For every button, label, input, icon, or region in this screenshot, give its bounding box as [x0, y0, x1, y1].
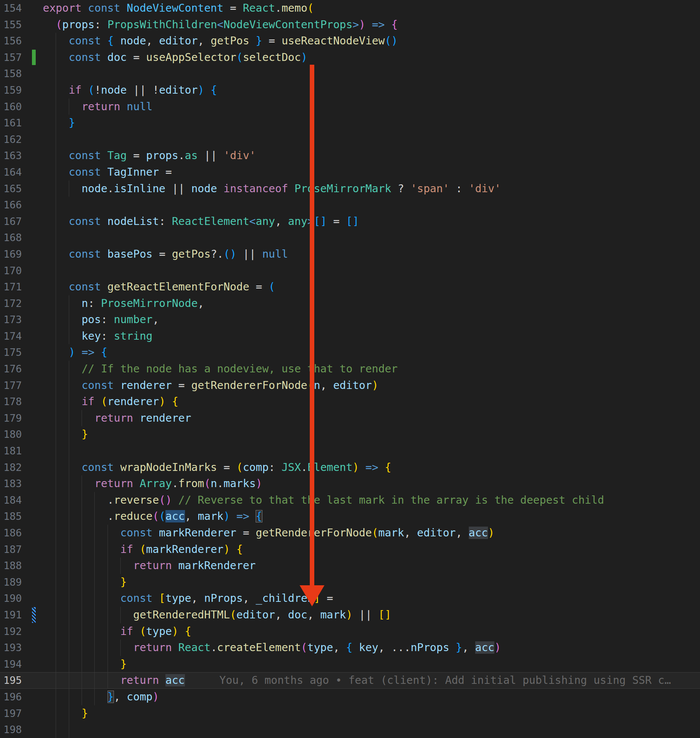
- code-text[interactable]: ) => {: [43, 344, 700, 361]
- code-text[interactable]: const markRenderer = getRendererForNode(…: [43, 525, 700, 541]
- code-text[interactable]: return accYou, 6 months ago • feat (clie…: [43, 672, 700, 689]
- gutter-added-marker[interactable]: [32, 49, 36, 66]
- line-number[interactable]: 191: [0, 607, 22, 623]
- line-number[interactable]: 182: [0, 459, 22, 476]
- token: markRenderer: [146, 543, 224, 556]
- line-number[interactable]: 156: [0, 33, 22, 49]
- code-text[interactable]: pos: number,: [43, 311, 700, 328]
- line-number[interactable]: 187: [0, 541, 22, 558]
- line-number[interactable]: 164: [0, 164, 22, 181]
- line-number[interactable]: 167: [0, 213, 22, 230]
- line-number[interactable]: 162: [0, 131, 22, 148]
- token: {: [101, 346, 107, 358]
- line-number[interactable]: 197: [0, 705, 22, 722]
- code-text[interactable]: [43, 131, 700, 148]
- line-number[interactable]: 192: [0, 623, 22, 640]
- line-number[interactable]: 158: [0, 65, 22, 82]
- line-number[interactable]: 163: [0, 147, 22, 164]
- code-text[interactable]: }: [43, 426, 700, 443]
- line-number[interactable]: 175: [0, 344, 22, 361]
- code-text[interactable]: [43, 263, 700, 279]
- line-number[interactable]: 190: [0, 590, 22, 607]
- line-number[interactable]: 172: [0, 295, 22, 312]
- code-text[interactable]: }, comp): [43, 689, 700, 705]
- code-text[interactable]: return markRenderer: [43, 557, 700, 574]
- line-number[interactable]: 176: [0, 361, 22, 377]
- line-number[interactable]: 159: [0, 82, 22, 99]
- code-text[interactable]: const nodeList: ReactElement<any, any>[]…: [43, 213, 700, 230]
- line-number[interactable]: 160: [0, 99, 22, 115]
- line-number[interactable]: 165: [0, 181, 22, 197]
- code-text[interactable]: const doc = useAppSelector(selectDoc): [43, 49, 700, 66]
- line-number[interactable]: 169: [0, 246, 22, 263]
- code-text[interactable]: return renderer: [43, 410, 700, 427]
- line-number[interactable]: 168: [0, 229, 22, 246]
- code-text[interactable]: getRenderedHTML(editor, doc, mark) || []: [43, 607, 700, 623]
- indent-guide: [56, 721, 56, 738]
- token: any: [256, 215, 275, 228]
- gutter-modified-marker[interactable]: [32, 607, 36, 623]
- code-text[interactable]: // If the node has a nodeview, use that …: [43, 361, 700, 377]
- code-text[interactable]: const TagInner =: [43, 164, 700, 181]
- code-text[interactable]: const wrapNodeInMarks = (comp: JSX.Eleme…: [43, 459, 700, 476]
- line-number[interactable]: 195: [0, 672, 22, 689]
- code-text[interactable]: return null: [43, 99, 700, 115]
- code-text[interactable]: if (renderer) {: [43, 393, 700, 410]
- code-text[interactable]: export const NodeViewContent = React.mem…: [43, 0, 700, 17]
- code-text[interactable]: node.isInline || node instanceof ProseMi…: [43, 181, 700, 197]
- line-number[interactable]: 155: [0, 17, 22, 33]
- line-number[interactable]: 196: [0, 689, 22, 705]
- code-text[interactable]: key: string: [43, 328, 700, 345]
- indent-guide: [69, 672, 69, 689]
- code-text[interactable]: [43, 197, 700, 213]
- gutter-spacer: [32, 475, 36, 492]
- code-text[interactable]: [43, 443, 700, 459]
- token: {: [211, 84, 217, 96]
- code-text[interactable]: const Tag = props.as || 'div': [43, 147, 700, 164]
- line-number[interactable]: 181: [0, 443, 22, 459]
- indent-guide: [120, 607, 121, 623]
- code-text[interactable]: }: [43, 656, 700, 673]
- code-text[interactable]: [43, 721, 700, 738]
- line-number[interactable]: 166: [0, 197, 22, 213]
- code-text[interactable]: .reverse() // Reverse to that the last m…: [43, 492, 700, 509]
- line-number[interactable]: 179: [0, 410, 22, 427]
- line-number[interactable]: 170: [0, 263, 22, 279]
- line-number[interactable]: 177: [0, 377, 22, 394]
- line-number[interactable]: 178: [0, 393, 22, 410]
- code-text[interactable]: const [type, nProps, _children] =: [43, 590, 700, 607]
- code-text[interactable]: const { node, editor, getPos } = useReac…: [43, 33, 700, 49]
- code-text[interactable]: return Array.from(n.marks): [43, 475, 700, 492]
- code-text[interactable]: const getReactElementForNode = (: [43, 279, 700, 295]
- code-text[interactable]: if (type) {: [43, 623, 700, 640]
- code-text[interactable]: const renderer = getRendererForNode(n, e…: [43, 377, 700, 394]
- code-text[interactable]: n: ProseMirrorNode,: [43, 295, 700, 312]
- code-text[interactable]: if (!node || !editor) {: [43, 82, 700, 99]
- line-number[interactable]: 189: [0, 574, 22, 591]
- line-number[interactable]: 161: [0, 115, 22, 131]
- line-number[interactable]: 180: [0, 426, 22, 443]
- line-number[interactable]: 185: [0, 508, 22, 525]
- line-number[interactable]: 173: [0, 311, 22, 328]
- line-number[interactable]: 157: [0, 49, 22, 66]
- code-text[interactable]: const basePos = getPos?.() || null: [43, 246, 700, 263]
- line-number[interactable]: 154: [0, 0, 22, 17]
- line-number[interactable]: 174: [0, 328, 22, 345]
- code-text[interactable]: }: [43, 115, 700, 131]
- code-text[interactable]: [43, 65, 700, 82]
- code-text[interactable]: .reduce((acc, mark) => {: [43, 508, 700, 525]
- code-text[interactable]: }: [43, 705, 700, 722]
- code-text[interactable]: [43, 229, 700, 246]
- line-number[interactable]: 194: [0, 656, 22, 673]
- line-number[interactable]: 186: [0, 525, 22, 541]
- code-text[interactable]: if (markRenderer) {: [43, 541, 700, 558]
- line-number[interactable]: 193: [0, 639, 22, 656]
- line-number[interactable]: 198: [0, 721, 22, 738]
- line-number[interactable]: 184: [0, 492, 22, 509]
- code-text[interactable]: }: [43, 574, 700, 591]
- line-number[interactable]: 188: [0, 557, 22, 574]
- line-number[interactable]: 183: [0, 475, 22, 492]
- code-text[interactable]: (props: PropsWithChildren<NodeViewConten…: [43, 17, 700, 33]
- code-text[interactable]: return React.createElement(type, { key, …: [43, 639, 700, 656]
- line-number[interactable]: 171: [0, 279, 22, 295]
